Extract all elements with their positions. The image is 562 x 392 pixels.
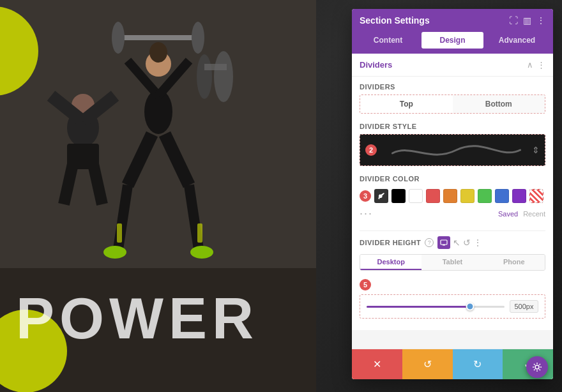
slider-track[interactable] <box>367 306 505 308</box>
svg-point-18 <box>144 89 172 134</box>
reset-icon[interactable]: ↺ <box>463 237 471 248</box>
svg-point-15 <box>192 22 204 54</box>
tab-content[interactable]: Content <box>357 32 419 49</box>
color-white[interactable] <box>409 189 423 203</box>
more-dots[interactable]: ··· <box>360 207 373 220</box>
slider-value[interactable]: 500px <box>510 300 538 313</box>
svg-point-25 <box>103 246 126 259</box>
section-more-icon[interactable]: ⋮ <box>537 60 545 70</box>
saved-link[interactable]: Saved <box>498 210 518 218</box>
svg-point-14 <box>112 22 125 54</box>
panel-tabs: Content Design Advanced <box>352 32 553 54</box>
badge-3: 3 <box>360 190 371 202</box>
columns-icon[interactable]: ▥ <box>523 15 531 26</box>
svg-rect-5 <box>204 64 227 70</box>
panel-footer: ✕ ↺ ↻ ✓ <box>352 349 553 379</box>
color-row: 3 <box>360 186 545 206</box>
dividers-toggle-row: Top Bottom <box>360 94 545 114</box>
collapse-icon[interactable]: ∧ <box>527 60 533 70</box>
color-yellow[interactable] <box>460 189 475 203</box>
reset-button[interactable]: ↺ <box>402 349 453 379</box>
dividers-toggle-container: Top Bottom <box>360 94 545 114</box>
divider-height-label: Divider Height <box>360 239 421 246</box>
left-content: POWER <box>0 0 316 392</box>
svg-rect-28 <box>197 223 202 243</box>
tab-advanced[interactable]: Advanced <box>486 32 548 49</box>
panel-body: Dividers ∧ ⋮ Dividers Top Bottom Divider… <box>352 54 553 349</box>
svg-point-4 <box>197 54 212 99</box>
saved-links: Saved Recent <box>498 210 545 218</box>
fullscreen-icon[interactable]: ⛶ <box>509 15 518 26</box>
height-label-row: Divider Height ? ↖ ↺ ⋮ <box>360 236 545 249</box>
color-black[interactable] <box>391 189 406 203</box>
separator <box>360 230 545 231</box>
tab-design[interactable]: Design <box>422 32 483 49</box>
slider-row: 500px <box>367 300 538 313</box>
device-tab-phone[interactable]: Phone <box>483 255 545 270</box>
color-transparent[interactable] <box>529 189 543 203</box>
divider-color-section: Divider Color 3 <box>360 175 545 225</box>
recent-link[interactable]: Recent <box>523 210 545 218</box>
eyedropper-icon <box>377 192 385 200</box>
section-header-actions: ∧ ⋮ <box>527 60 545 70</box>
badge-5: 5 <box>360 279 371 290</box>
svg-point-32 <box>378 197 380 199</box>
floating-action-button[interactable] <box>526 356 548 378</box>
height-icons: ↖ ↺ ⋮ <box>437 236 482 249</box>
dividers-section-title: Dividers <box>360 60 392 70</box>
dividers-row-label: Dividers <box>360 83 545 91</box>
cursor-icon[interactable]: ↖ <box>453 237 460 248</box>
svg-point-35 <box>535 365 539 369</box>
divider-style-label: Divider Style <box>360 123 545 130</box>
toggle-bottom-button[interactable]: Bottom <box>453 95 545 113</box>
color-red[interactable] <box>426 189 440 203</box>
section-settings-panel: Section Settings ⛶ ▥ ⋮ Content Design Ad… <box>352 9 553 379</box>
panel-header: Section Settings ⛶ ▥ ⋮ <box>352 9 553 32</box>
help-icon[interactable]: ? <box>425 238 434 247</box>
svg-text:POWER: POWER <box>16 287 259 351</box>
style-select-arrow[interactable]: ⇕ <box>532 145 540 155</box>
color-blue[interactable] <box>495 189 509 203</box>
divider-style-box[interactable]: 2 ⇕ <box>360 134 545 166</box>
color-orange[interactable] <box>443 189 457 203</box>
svg-rect-34 <box>443 245 445 246</box>
color-row-container: 3 <box>360 186 545 206</box>
slider-fill <box>367 306 470 308</box>
slider-area: 500px <box>360 294 545 319</box>
more-icon[interactable]: ⋮ <box>473 237 482 248</box>
device-tabs: Desktop Tablet Phone <box>360 254 545 271</box>
gym-background: POWER <box>0 0 316 392</box>
divider-style-container: 2 ⇕ <box>360 134 545 166</box>
svg-line-41 <box>540 370 541 371</box>
svg-line-40 <box>534 364 535 365</box>
svg-line-43 <box>534 370 535 371</box>
divider-wave-svg <box>381 140 532 160</box>
more-options-icon[interactable]: ⋮ <box>536 15 545 26</box>
saved-recent-row: ··· Saved Recent <box>360 206 545 225</box>
svg-point-26 <box>190 246 213 259</box>
panel-title: Section Settings <box>360 15 430 26</box>
svg-rect-33 <box>441 240 447 245</box>
dividers-section-header: Dividers ∧ ⋮ <box>352 54 553 77</box>
redo-button[interactable]: ↻ <box>453 349 503 379</box>
cancel-button[interactable]: ✕ <box>352 349 402 379</box>
panel-header-icons: ⛶ ▥ ⋮ <box>509 15 545 26</box>
svg-point-3 <box>214 51 233 102</box>
divider-height-section: Divider Height ? ↖ ↺ ⋮ <box>360 236 545 319</box>
svg-point-17 <box>149 42 167 63</box>
badge-2: 2 <box>365 144 377 156</box>
eyedropper-swatch[interactable] <box>374 189 388 203</box>
color-green[interactable] <box>478 189 492 203</box>
slider-thumb[interactable] <box>466 303 475 311</box>
toggle-top-button[interactable]: Top <box>360 95 453 113</box>
slider-container: 5 500px <box>360 278 545 319</box>
settings-content: Dividers Top Bottom Divider Style 2 ⇕ <box>352 77 553 330</box>
color-purple[interactable] <box>512 189 526 203</box>
svg-rect-27 <box>117 223 122 243</box>
device-icon-btn[interactable] <box>437 236 450 249</box>
device-tab-desktop[interactable]: Desktop <box>360 255 422 270</box>
settings-icon <box>532 362 542 372</box>
device-tab-tablet[interactable]: Tablet <box>422 255 483 270</box>
svg-rect-12 <box>67 144 99 169</box>
device-icon <box>440 239 448 246</box>
